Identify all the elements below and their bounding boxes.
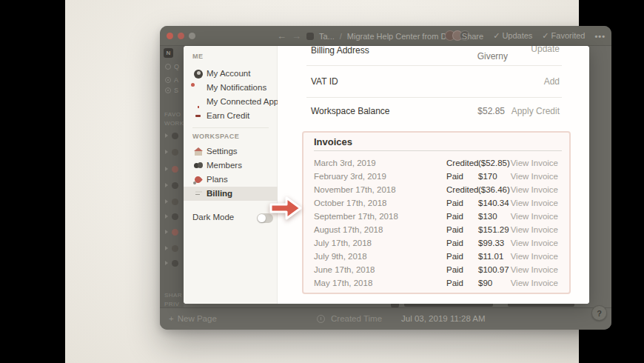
- invoice-row: February 3rd, 2019 Paid $170 View Invoic…: [303, 170, 569, 183]
- view-invoice-link[interactable]: View Invoice: [511, 210, 558, 223]
- favorited-button[interactable]: ✓Favorited: [542, 31, 585, 41]
- share-button[interactable]: Share: [462, 32, 483, 41]
- minimize-window-button[interactable]: [178, 33, 184, 39]
- sidebar-item-members[interactable]: Members: [184, 159, 278, 173]
- billing-address-label: Billing Address: [311, 46, 369, 56]
- sidebar-item-earn-credit[interactable]: Earn Credit: [184, 109, 278, 123]
- notion-logo-icon: N: [164, 48, 173, 58]
- invoices-title: Invoices: [314, 136, 352, 147]
- sidebar-page-item[interactable]: [160, 130, 184, 141]
- window-titlebar: ← → Ta... / Migrate Help Center from Dev…: [160, 26, 611, 46]
- invoice-date: May 17th, 2018: [314, 276, 372, 290]
- invoice-date: June 17th, 2018: [314, 263, 375, 276]
- page-emoji-icon: [172, 182, 178, 189]
- invoice-row: August 17th, 2018 Paid $151.29 View Invo…: [303, 223, 569, 236]
- view-invoice-link[interactable]: View Invoice: [511, 250, 558, 263]
- apply-credit-link[interactable]: Apply Credit: [511, 106, 560, 116]
- settings-sidebar: ME My Account My Notifications My Connec…: [184, 46, 278, 304]
- dark-mode-label: Dark Mode: [192, 213, 234, 222]
- invoice-status: Paid: [446, 250, 463, 263]
- sidebar-divider: [192, 127, 269, 128]
- toggle-icon: [165, 167, 168, 171]
- toggle-icon: [165, 133, 168, 138]
- invoice-status: Credited: [446, 183, 478, 196]
- sidebar-workspace-header: WORK: [160, 118, 184, 128]
- toggle-icon: [165, 214, 168, 219]
- invoice-amount: $140.34: [478, 196, 509, 210]
- update-link[interactable]: Update: [531, 46, 560, 54]
- view-invoice-link[interactable]: View Invoice: [511, 170, 558, 183]
- sidebar-item-quick-find[interactable]: Q: [160, 61, 184, 72]
- more-options-button[interactable]: •••: [594, 32, 606, 41]
- toggle-icon: [165, 199, 168, 204]
- sidebar-page-item[interactable]: [160, 211, 184, 222]
- toggle-knob: [258, 214, 266, 222]
- invoice-status: Paid: [446, 263, 463, 276]
- new-page-button[interactable]: + New Page: [169, 314, 217, 323]
- sidebar-item-billing[interactable]: Billing: [184, 187, 278, 201]
- view-invoice-link[interactable]: View Invoice: [511, 236, 558, 250]
- invoice-amount: $11.01: [478, 250, 503, 263]
- sidebar-item-all-updates[interactable]: A: [160, 75, 184, 85]
- invoice-amount: $90: [478, 276, 492, 290]
- workspace-balance-value: $52.85: [477, 106, 505, 116]
- sidebar-workspace-switcher[interactable]: N: [160, 47, 184, 58]
- help-button[interactable]: ?: [591, 305, 607, 321]
- close-window-button[interactable]: [167, 33, 173, 39]
- invoice-row: November 17th, 2018 Credited ($36.46) Vi…: [303, 183, 569, 196]
- invoice-row: July 9th, 2018 Paid $11.01 View Invoice: [303, 250, 569, 263]
- sidebar-item-plans[interactable]: Plans: [184, 173, 278, 187]
- sidebar-page-item[interactable]: [160, 227, 184, 237]
- content-divider: [306, 97, 562, 98]
- invoice-row: September 17th, 2018 Paid $130 View Invo…: [303, 210, 569, 223]
- sidebar-page-item[interactable]: [160, 258, 184, 268]
- invoices-divider: [314, 150, 562, 151]
- forward-icon[interactable]: →: [292, 30, 301, 41]
- sidebar-item-settings[interactable]: Settings: [184, 144, 278, 159]
- invoice-amount: ($36.46): [478, 183, 510, 196]
- view-invoice-link[interactable]: View Invoice: [511, 196, 558, 210]
- invoice-date: July 17th, 2018: [314, 236, 372, 250]
- invoice-date: August 17th, 2018: [314, 223, 383, 236]
- view-invoice-link[interactable]: View Invoice: [511, 223, 558, 236]
- invoice-date: September 17th, 2018: [314, 210, 398, 223]
- invoice-status: Paid: [446, 170, 463, 183]
- titlebar-actions: Share ✓Updates ✓Favorited •••: [462, 26, 606, 46]
- page-emoji-icon: [172, 133, 178, 139]
- sidebar-item-my-account[interactable]: My Account: [184, 67, 278, 81]
- created-time-value: Jul 03, 2019 11:28 AM: [401, 314, 486, 323]
- invoice-date: October 17th, 2018: [314, 196, 386, 210]
- view-invoice-link[interactable]: View Invoice: [511, 156, 558, 170]
- view-invoice-link[interactable]: View Invoice: [511, 263, 558, 276]
- invoice-status: Paid: [446, 223, 463, 236]
- updates-button[interactable]: ✓Updates: [493, 31, 532, 41]
- invoice-status: Paid: [446, 276, 463, 290]
- zoom-window-button[interactable]: [189, 33, 195, 39]
- created-time-label: Created Time: [331, 314, 382, 323]
- add-link[interactable]: Add: [544, 76, 560, 87]
- annotation-arrow-icon: [268, 193, 303, 223]
- view-invoice-link[interactable]: View Invoice: [511, 276, 558, 290]
- created-time-property: Created Time Jul 03, 2019 11:28 AM: [317, 314, 486, 323]
- sidebar-page-item[interactable]: [160, 243, 184, 253]
- page-emoji-icon: [172, 260, 178, 267]
- sidebar-page-item[interactable]: [160, 196, 184, 207]
- toggle-icon: [165, 183, 168, 187]
- sidebar-page-item[interactable]: [160, 147, 184, 157]
- sidebar-page-item[interactable]: [160, 164, 184, 174]
- page-emoji-icon: [172, 229, 178, 236]
- invoice-row: October 17th, 2018 Paid $140.34 View Inv…: [303, 196, 569, 210]
- invoice-status: Paid: [446, 196, 463, 210]
- toggle-icon: [165, 246, 168, 250]
- sidebar-page-item[interactable]: [160, 180, 184, 190]
- view-invoice-link[interactable]: View Invoice: [511, 183, 558, 196]
- page-emoji-icon: [172, 166, 178, 173]
- sidebar-item-my-connected-apps[interactable]: My Connected Apps: [184, 95, 278, 109]
- settings-modal: ME My Account My Notifications My Connec…: [184, 46, 589, 304]
- sidebar-item-my-notifications[interactable]: My Notifications: [184, 81, 278, 95]
- check-icon: ✓: [493, 31, 500, 40]
- invoice-row: March 3rd, 2019 Credited ($52.85) View I…: [303, 156, 569, 170]
- back-icon[interactable]: ←: [277, 30, 286, 41]
- sidebar-item-settings[interactable]: S: [160, 85, 184, 96]
- breadcrumb-workspace[interactable]: Ta...: [319, 32, 335, 41]
